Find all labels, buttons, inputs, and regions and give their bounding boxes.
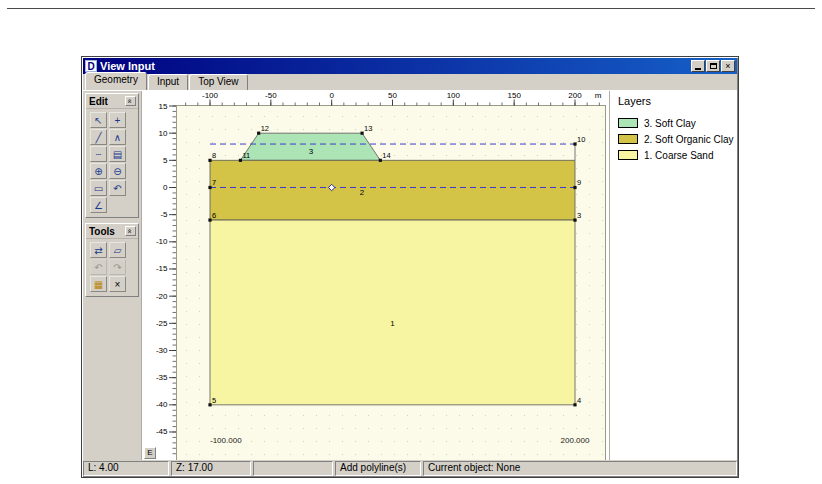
z-ruler-label: -35 <box>156 373 168 382</box>
z-ruler-label: 0 <box>163 183 168 192</box>
layer-color-swatch <box>618 118 638 128</box>
window-title: View Input <box>100 59 691 73</box>
layer-number-label: 2 <box>360 188 365 197</box>
maximize-button[interactable] <box>706 60 720 72</box>
x-ruler: -100-50050100150200m <box>186 91 602 106</box>
x-ruler-unit-label: m <box>595 91 602 100</box>
status-current-object: Current object: None <box>423 461 737 476</box>
pan-button[interactable]: ⇄ <box>90 242 107 258</box>
collapse-chevron-icon: » <box>126 99 134 103</box>
soil-layers: 321 <box>210 133 575 405</box>
tools-icon-grid: ⇄▱↶↷▦× <box>86 239 138 296</box>
z-ruler-label: -5 <box>160 210 168 219</box>
redo-button[interactable]: ↷ <box>109 259 126 275</box>
statusbar: L: 4.00 Z: 17.00 Add polyline(s) Current… <box>83 460 737 476</box>
drawing-area[interactable]: E 32156781112131491034-100-5005010015020… <box>141 91 609 460</box>
close-icon: × <box>725 62 730 71</box>
edit-icon-grid: ↖+╱∧┄▤⊕⊖▭↶∠ <box>86 109 138 217</box>
point-number-label: 14 <box>382 151 390 160</box>
minimize-icon <box>695 68 701 70</box>
layer-polygon-2[interactable] <box>210 160 575 220</box>
titlebar[interactable]: D View Input × <box>83 58 737 74</box>
point-number-label: 7 <box>212 179 216 188</box>
tab-geometry[interactable]: Geometry <box>85 72 147 90</box>
point-number-label: 6 <box>212 211 216 220</box>
legend-label: 3. Soft Clay <box>644 118 696 129</box>
point-number-label: 12 <box>261 124 269 133</box>
point-number-label: 5 <box>212 396 216 405</box>
z-ruler-label: 5 <box>163 156 168 165</box>
status-z-coordinate: Z: 17.00 <box>171 461 251 476</box>
layer-color-swatch <box>618 134 638 144</box>
status-mode: Add polyline(s) <box>335 461 421 476</box>
legend-label: 2. Soft Organic Clay <box>644 134 733 145</box>
add-point-button[interactable]: + <box>109 112 126 128</box>
z-ruler-label: -45 <box>156 427 168 436</box>
point-number-label: 8 <box>212 151 216 160</box>
zoom-rectangle-button[interactable]: ▭ <box>90 180 107 196</box>
point-number-label: 11 <box>242 151 250 160</box>
z-ruler-label: -10 <box>156 237 168 246</box>
status-l-coordinate: L: 4.00 <box>83 461 169 476</box>
add-layer-button[interactable]: ▤ <box>109 146 126 162</box>
select-rectangle-button[interactable]: ▱ <box>109 242 126 258</box>
layer-polygon-1[interactable] <box>210 220 575 405</box>
point-number-label: 4 <box>577 396 581 405</box>
app-icon: D <box>85 60 97 72</box>
x-ruler-label: -100 <box>202 91 219 100</box>
z-ruler-label: -40 <box>156 400 168 409</box>
select-button[interactable]: ↖ <box>90 112 107 128</box>
zoom-out-button[interactable]: ⊖ <box>109 163 126 179</box>
measure-button[interactable]: ∠ <box>90 197 107 213</box>
tools-collapse-button[interactable]: » <box>125 226 136 236</box>
add-single-line-button[interactable]: ╱ <box>90 129 107 145</box>
legend-item-soft-organic-clay: 2. Soft Organic Clay <box>618 131 737 147</box>
x-ruler-label: 0 <box>329 91 334 100</box>
z-ruler-label: -25 <box>156 319 168 328</box>
x-ruler-label: 200 <box>568 91 582 100</box>
x-ruler-label: -50 <box>265 91 277 100</box>
point-number-label: 3 <box>577 211 581 220</box>
tools-group-title: Tools <box>89 226 115 237</box>
layer-number-label: 3 <box>309 147 314 156</box>
z-ruler-label: -20 <box>156 292 168 301</box>
layer-colors-button[interactable]: ▦ <box>90 276 107 292</box>
z-ruler-label: -15 <box>156 265 168 274</box>
page-border <box>7 8 815 9</box>
close-button[interactable]: × <box>721 60 735 72</box>
point-number-label: 9 <box>577 179 581 188</box>
collapse-chevron-icon: » <box>126 229 134 233</box>
undo-button[interactable]: ↶ <box>90 259 107 275</box>
z-ruler-label: 10 <box>159 129 168 138</box>
z-ruler-label: 15 <box>159 102 168 111</box>
delete-button[interactable]: × <box>109 276 126 292</box>
edit-group: Edit » ↖+╱∧┄▤⊕⊖▭↶∠ <box>85 93 139 218</box>
layers-panel-title: Layers <box>618 95 737 107</box>
layer-number-label: 1 <box>390 319 395 328</box>
add-polyline-button[interactable]: ∧ <box>109 129 126 145</box>
tab-top-view[interactable]: Top View <box>189 74 247 90</box>
x-extent-label: -100.000 <box>210 436 242 445</box>
zoom-in-button[interactable]: ⊕ <box>90 163 107 179</box>
view-input-window: D View Input × Geometry Input Top View E… <box>81 56 739 478</box>
tools-group: Tools » ⇄▱↶↷▦× <box>85 223 139 297</box>
layers-panel: Layers 3. Soft Clay 2. Soft Organic Clay… <box>609 91 737 460</box>
point-number-label: 13 <box>364 124 372 133</box>
edit-collapse-button[interactable]: » <box>125 96 136 106</box>
tab-input[interactable]: Input <box>148 74 188 90</box>
legend-item-coarse-sand: 1. Coarse Sand <box>618 147 737 163</box>
z-ruler: 151050-5-10-15-20-25-30-35-40-45 <box>156 102 176 454</box>
add-pl-line-button[interactable]: ┄ <box>90 146 107 162</box>
toolbar-column: Edit » ↖+╱∧┄▤⊕⊖▭↶∠ Tools » ⇄▱↶↷▦× <box>83 91 141 460</box>
content-area: Edit » ↖+╱∧┄▤⊕⊖▭↶∠ Tools » ⇄▱↶↷▦× E 3215… <box>83 90 737 460</box>
layer-color-swatch <box>618 150 638 160</box>
x-extent-label: 200.000 <box>561 436 590 445</box>
tabstrip: Geometry Input Top View <box>83 74 737 90</box>
geometry-svg: 32156781112131491034-100-50050100150200m… <box>142 91 610 460</box>
undo-zoom-button[interactable]: ↶ <box>109 180 126 196</box>
corner-e-button[interactable]: E <box>144 447 156 459</box>
point-number-label: 10 <box>577 135 585 144</box>
x-ruler-label: 100 <box>447 91 461 100</box>
edit-group-title: Edit <box>89 96 108 107</box>
minimize-button[interactable] <box>691 60 705 72</box>
